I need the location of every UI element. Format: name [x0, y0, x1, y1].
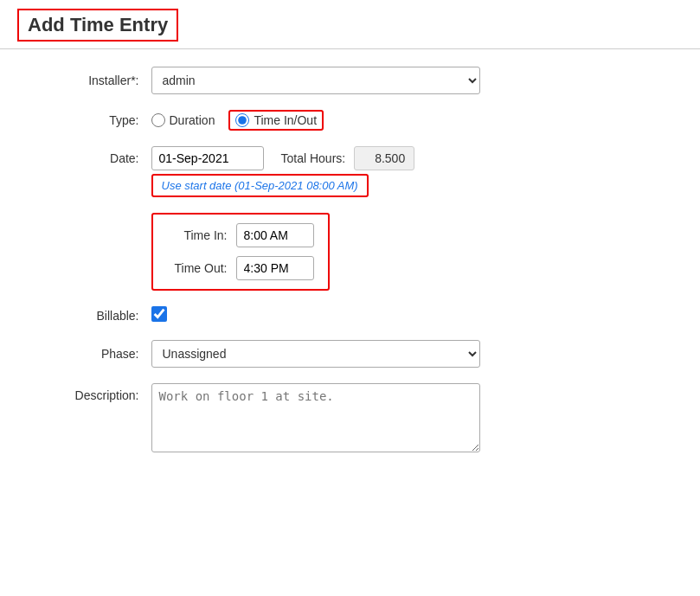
phase-label: Phase: — [48, 347, 151, 361]
installer-row: Installer*: admin — [48, 67, 653, 94]
time-inout-box: Time In: Time Out: — [151, 213, 330, 291]
description-row: Description: — [48, 383, 653, 455]
radio-duration[interactable] — [151, 113, 165, 127]
time-in-input[interactable] — [236, 223, 314, 247]
time-in-label: Time In: — [167, 228, 236, 242]
installer-label: Installer*: — [48, 74, 151, 87]
radio-option-timeinout[interactable]: Time In/Out — [228, 110, 324, 131]
type-row: Type: Duration Time In/Out — [48, 110, 653, 131]
total-hours-label: Total Hours: — [281, 151, 346, 165]
type-label: Type: — [48, 113, 151, 127]
time-in-row: Time In: — [167, 223, 314, 247]
page-container: Add Time Entry Installer*: admin Type: D… — [0, 0, 700, 488]
time-out-label: Time Out: — [167, 261, 236, 275]
radio-duration-label: Duration — [170, 113, 215, 127]
date-label: Date: — [48, 146, 151, 165]
form-area: Installer*: admin Type: Duration Time In… — [48, 49, 653, 488]
installer-control: admin — [151, 67, 653, 94]
start-date-hint: Use start date (01-Sep-2021 08:00 AM) — [151, 174, 369, 197]
description-textarea[interactable] — [151, 383, 480, 452]
installer-select[interactable]: admin — [151, 67, 480, 94]
description-label: Description: — [48, 383, 151, 402]
time-out-row: Time Out: — [167, 256, 314, 280]
time-out-input[interactable] — [236, 256, 314, 280]
radio-option-duration[interactable]: Duration — [151, 113, 215, 127]
billable-checkbox[interactable] — [151, 306, 167, 322]
billable-label: Billable: — [48, 309, 151, 323]
date-control: Total Hours: 8.500 Use start date (01-Se… — [151, 146, 653, 197]
type-radio-group: Duration Time In/Out — [151, 110, 653, 131]
time-box-control: Time In: Time Out: — [151, 213, 653, 291]
start-date-hint-wrapper: Use start date (01-Sep-2021 08:00 AM) — [151, 170, 653, 197]
billable-control — [151, 306, 653, 324]
billable-row: Billable: — [48, 306, 653, 324]
description-control — [151, 383, 653, 455]
date-input[interactable] — [151, 146, 264, 170]
radio-timeinout[interactable] — [235, 113, 249, 127]
phase-control: Unassigned — [151, 340, 653, 368]
phase-select[interactable]: Unassigned — [151, 340, 480, 368]
date-row: Date: Total Hours: 8.500 Use start date … — [48, 146, 653, 197]
radio-timeinout-label: Time In/Out — [254, 113, 317, 127]
phase-row: Phase: Unassigned — [48, 340, 653, 368]
page-title-bar: Add Time Entry — [0, 0, 700, 49]
total-hours-value: 8.500 — [354, 146, 414, 170]
time-box-row: Time In: Time Out: — [48, 213, 653, 291]
date-input-row: Total Hours: 8.500 — [151, 146, 653, 170]
page-title: Add Time Entry — [17, 9, 178, 42]
